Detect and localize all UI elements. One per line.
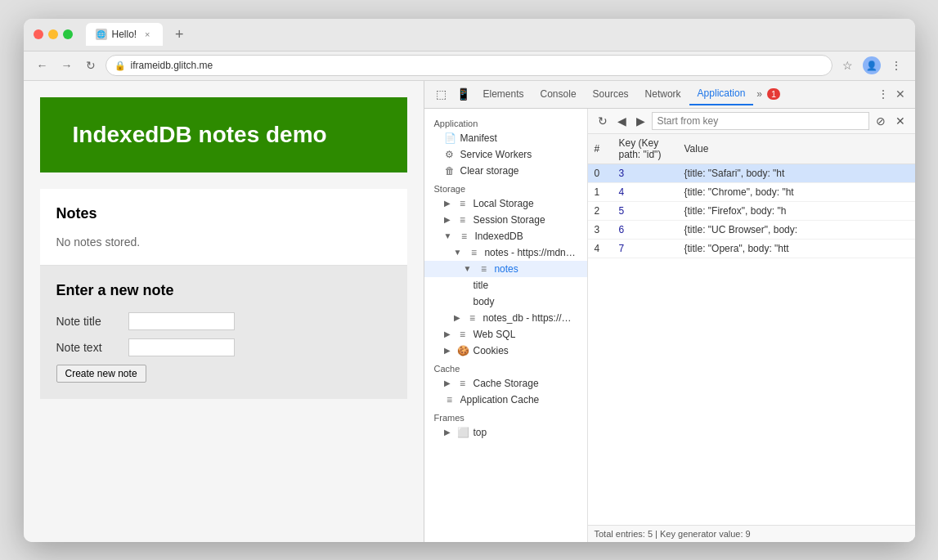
note-text-row: Note text xyxy=(56,338,391,356)
tab-close-button[interactable]: × xyxy=(141,29,153,40)
table-row[interactable]: 36{title: "UC Browser", body: xyxy=(588,220,915,239)
sidebar-item-app-cache-label: Application Cache xyxy=(460,394,577,405)
device-toolbar-button[interactable]: 📱 xyxy=(451,84,475,104)
table-row[interactable]: 25{title: "Firefox", body: "h xyxy=(588,201,915,220)
cell-key: 7 xyxy=(613,239,678,258)
cookies-icon: 🍪 xyxy=(457,345,469,356)
reload-button[interactable]: ↻ xyxy=(83,57,99,74)
sidebar-item-web-sql-label: Web SQL xyxy=(473,329,577,340)
cell-index: 1 xyxy=(588,182,613,201)
session-storage-arrow xyxy=(444,215,451,224)
clear-key-button[interactable]: ⊘ xyxy=(873,113,889,129)
app-cache-icon: ≡ xyxy=(444,394,456,405)
cell-index: 3 xyxy=(588,220,613,239)
sidebar-item-session-storage[interactable]: ≡ Session Storage xyxy=(424,212,587,228)
status-bar: Total entries: 5 | Key generator value: … xyxy=(588,525,915,542)
tab-application[interactable]: Application xyxy=(689,83,754,105)
sidebar-item-cookies[interactable]: 🍪 Cookies xyxy=(424,343,587,359)
sidebar-item-notes-db2[interactable]: ≡ notes_db - https://mdn.git xyxy=(424,310,587,326)
sidebar-item-web-sql[interactable]: ≡ Web SQL xyxy=(424,326,587,343)
cell-value: {title: "UC Browser", body: xyxy=(678,220,915,239)
close-window-button[interactable] xyxy=(34,29,43,39)
tab-label: Hello! xyxy=(112,29,137,40)
refresh-button[interactable]: ↻ xyxy=(595,113,611,129)
indexeddb-icon: ≡ xyxy=(458,231,469,242)
sidebar-item-notes-body-label: body xyxy=(473,296,577,307)
devtools-close-button[interactable]: ✕ xyxy=(892,84,909,104)
browser-menu-button[interactable]: ⋮ xyxy=(887,57,905,74)
sidebar-item-manifest-label: Manifest xyxy=(460,132,577,144)
table-row[interactable]: 03{title: "Safari", body: "ht xyxy=(588,164,915,182)
url-bar[interactable]: 🔒 iframeidb.glitch.me xyxy=(105,55,833,76)
minimize-window-button[interactable] xyxy=(48,29,58,39)
new-note-section: Enter a new note Note title Note text Cr… xyxy=(40,266,407,399)
notes-db2-icon: ≡ xyxy=(467,312,478,324)
table-row[interactable]: 47{title: "Opera", body: "htt xyxy=(588,239,915,258)
sidebar-item-notes-body[interactable]: body xyxy=(424,293,587,310)
start-from-key-input[interactable] xyxy=(652,112,869,130)
tab-elements[interactable]: Elements xyxy=(475,83,532,105)
sidebar-item-notes-title[interactable]: title xyxy=(424,277,587,293)
browser-page: IndexedDB notes demo Notes No notes stor… xyxy=(24,81,424,542)
note-text-input[interactable] xyxy=(128,338,235,356)
bookmark-button[interactable]: ☆ xyxy=(839,57,856,74)
web-sql-icon: ≡ xyxy=(457,329,469,340)
top-icon: ⬜ xyxy=(457,427,469,438)
clear-storage-icon: 🗑 xyxy=(444,165,456,177)
sidebar-item-cache-storage-label: Cache Storage xyxy=(473,378,577,389)
delete-entry-button[interactable]: ✕ xyxy=(892,113,909,129)
tab-bar: 🌐 Hello! × + xyxy=(86,23,905,46)
local-storage-arrow xyxy=(444,199,451,208)
devtools-menu-button[interactable]: ⋮ xyxy=(874,84,892,104)
sidebar-item-app-cache[interactable]: ≡ Application Cache xyxy=(424,392,587,408)
sidebar-item-clear-storage-label: Clear storage xyxy=(460,165,577,177)
next-button[interactable]: ▶ xyxy=(633,113,649,129)
sidebar-item-local-storage[interactable]: ≡ Local Storage xyxy=(424,195,587,212)
prev-button[interactable]: ◀ xyxy=(614,113,630,129)
create-note-button[interactable]: Create new note xyxy=(56,365,146,383)
note-title-input[interactable] xyxy=(128,312,235,330)
sidebar-item-indexeddb-label: IndexedDB xyxy=(474,231,577,242)
page-title: IndexedDB notes demo xyxy=(73,122,375,148)
tab-network[interactable]: Network xyxy=(637,83,689,105)
table-row[interactable]: 14{title: "Chrome", body: "ht xyxy=(588,182,915,201)
sidebar-item-clear-storage[interactable]: 🗑 Clear storage xyxy=(424,163,587,179)
browser-tab[interactable]: 🌐 Hello! × xyxy=(86,23,164,46)
cache-storage-arrow xyxy=(444,379,451,388)
sidebar-item-notes-db[interactable]: ≡ notes - https://mdn.github xyxy=(424,244,587,261)
sidebar-item-indexeddb[interactable]: ≡ IndexedDB xyxy=(424,228,587,244)
tab-console[interactable]: Console xyxy=(532,83,585,105)
sidebar-item-notes-store[interactable]: ≡ notes xyxy=(424,261,587,277)
cell-key: 5 xyxy=(613,201,678,220)
page-header: IndexedDB notes demo xyxy=(40,97,407,172)
tab-sources[interactable]: Sources xyxy=(585,83,637,105)
account-avatar[interactable]: 👤 xyxy=(863,56,881,74)
web-sql-arrow xyxy=(444,329,451,338)
note-title-row: Note title xyxy=(56,312,391,330)
traffic-lights xyxy=(34,29,73,39)
maximize-window-button[interactable] xyxy=(63,29,73,39)
cookies-arrow xyxy=(444,346,451,355)
sidebar-item-top[interactable]: ⬜ top xyxy=(424,424,587,441)
back-button[interactable]: ← xyxy=(34,57,52,74)
cache-storage-icon: ≡ xyxy=(457,378,469,389)
new-tab-button[interactable]: + xyxy=(169,25,189,44)
inspect-element-button[interactable]: ⬚ xyxy=(431,84,451,104)
sidebar-item-cache-storage[interactable]: ≡ Cache Storage xyxy=(424,375,587,392)
more-tabs-button[interactable]: » xyxy=(753,85,765,103)
notes-db-icon: ≡ xyxy=(468,247,479,258)
notes-store-icon: ≡ xyxy=(478,263,489,275)
cell-value: {title: "Safari", body: "ht xyxy=(678,164,915,182)
forward-button[interactable]: → xyxy=(58,57,76,74)
devtools-panel: ⬚ 📱 Elements Console Sources Network App… xyxy=(424,81,915,542)
top-arrow xyxy=(444,428,451,437)
col-header-value: Value xyxy=(678,134,915,164)
session-storage-icon: ≡ xyxy=(457,214,469,226)
title-bar: 🌐 Hello! × + xyxy=(24,19,915,52)
cell-key: 3 xyxy=(613,164,678,182)
sidebar-item-manifest[interactable]: 📄 Manifest xyxy=(424,130,587,146)
devtools-tab-bar: ⬚ 📱 Elements Console Sources Network App… xyxy=(424,81,915,109)
cell-index: 0 xyxy=(588,164,613,182)
sidebar-item-service-workers[interactable]: ⚙ Service Workers xyxy=(424,146,587,163)
sidebar-item-notes-title-label: title xyxy=(473,280,577,291)
